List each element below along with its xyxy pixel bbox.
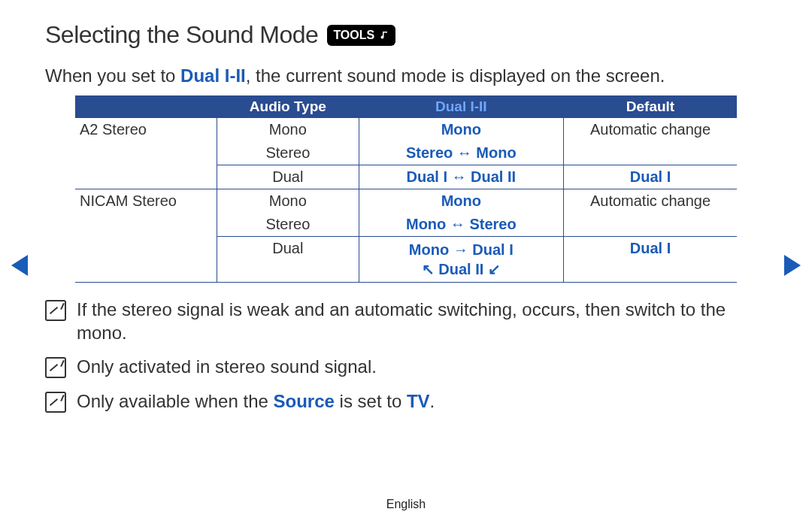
nav-prev-icon[interactable] [11,255,28,276]
intro-text: When you set to Dual I-II, the current s… [45,65,767,86]
footer-language: English [0,498,812,511]
nav-next-icon[interactable] [784,255,801,276]
table-header-row: Audio Type Dual I-II Default [75,95,737,118]
th-empty [75,95,217,118]
note-text: Only available when the Source is set to… [77,389,435,413]
note-text: Only activated in stereo sound signal. [77,355,377,378]
note-icon [45,300,66,321]
table-row: NICAM Stereo Mono Mono Automatic change [75,189,737,214]
note-item: If the stereo signal is weak and an auto… [45,298,744,344]
note-text: If the stereo signal is weak and an auto… [77,298,744,344]
note-item: Only available when the Source is set to… [45,389,744,413]
table-row: A2 Stereo Mono Mono Automatic change [75,118,737,141]
page-title: Selecting the Sound Mode [45,21,318,49]
note-icon [45,392,66,413]
tools-badge: TOOLS [327,25,395,46]
sound-mode-table: Audio Type Dual I-II Default A2 Stereo M… [75,95,737,283]
th-dual: Dual I-II [359,95,563,118]
th-default: Default [564,95,738,118]
th-audio-type: Audio Type [217,95,359,118]
note-icon [45,357,66,378]
note-item: Only activated in stereo sound signal. [45,355,744,378]
music-icon [379,30,389,41]
tools-label: TOOLS [333,29,374,42]
